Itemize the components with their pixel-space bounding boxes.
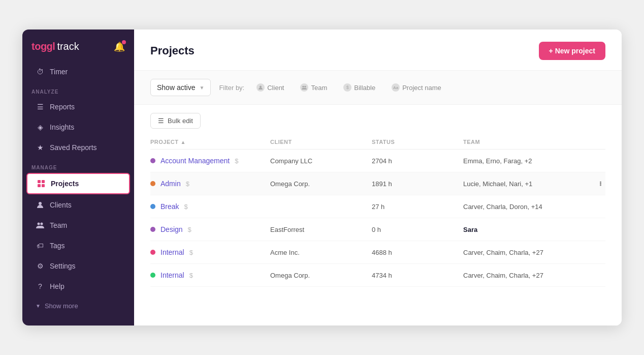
- sidebar-item-tags[interactable]: 🏷 Tags: [26, 236, 130, 255]
- billable-filter-icon: $: [343, 83, 351, 92]
- svg-point-5: [38, 223, 40, 225]
- project-name[interactable]: Account Management: [160, 157, 230, 165]
- project-name-filter-icon: Aa: [392, 83, 400, 92]
- bulk-edit-button[interactable]: ☰ Bulk edit: [150, 113, 201, 129]
- svg-point-9: [305, 86, 307, 88]
- billable-icon: $: [189, 272, 193, 279]
- row-menu-button[interactable]: [596, 180, 605, 188]
- manage-section-label: MANAGE: [22, 158, 134, 172]
- show-active-dropdown[interactable]: Show active ▼: [150, 79, 211, 96]
- sidebar-item-saved-reports[interactable]: ★ Saved Reports: [26, 138, 130, 157]
- bulk-edit-bar: ☰ Bulk edit: [150, 105, 605, 135]
- svg-rect-0: [38, 180, 41, 183]
- sidebar-item-label: Tags: [50, 242, 65, 250]
- sidebar-item-team[interactable]: Team: [26, 216, 130, 235]
- sidebar-item-label: Insights: [50, 123, 74, 131]
- notification-button[interactable]: 🔔: [114, 41, 125, 52]
- sidebar-item-reports[interactable]: ☰ Reports: [26, 97, 130, 116]
- status-cell: 4688 h: [372, 249, 463, 256]
- project-info: Design $: [160, 225, 191, 233]
- sidebar-item-projects[interactable]: Projects: [26, 173, 130, 194]
- sidebar-item-timer[interactable]: ⏱ Timer: [26, 62, 130, 81]
- project-info: Admin $: [160, 180, 189, 188]
- sidebar-item-label: Team: [50, 221, 67, 229]
- project-name[interactable]: Internal: [160, 271, 184, 279]
- help-icon: ?: [36, 282, 45, 291]
- project-name[interactable]: Break: [160, 202, 179, 211]
- project-name[interactable]: Admin: [160, 180, 181, 188]
- table-area: ☰ Bulk edit PROJECT ▲ CLIENT STATUS TEAM…: [134, 105, 622, 326]
- column-header-client: CLIENT: [270, 139, 372, 145]
- project-dot: [150, 204, 155, 209]
- sidebar-item-settings[interactable]: ⚙ Settings: [26, 256, 130, 276]
- logo-brand: toggl: [31, 41, 55, 52]
- filter-billable[interactable]: $ Billable: [339, 81, 379, 94]
- project-name[interactable]: Internal: [160, 248, 184, 256]
- svg-point-7: [260, 86, 262, 88]
- saved-reports-icon: ★: [36, 143, 45, 152]
- client-filter-label: Client: [267, 84, 284, 92]
- sidebar-item-help[interactable]: ? Help: [26, 277, 130, 296]
- client-cell: Omega Corp.: [270, 180, 372, 188]
- team-cell: Emma, Erno, Farag, +2: [463, 157, 605, 165]
- table-body: Account Management $ Company LLC 2704 h …: [150, 150, 605, 287]
- project-name-filter-label: Project name: [402, 84, 441, 92]
- settings-icon: ⚙: [36, 261, 45, 271]
- team-cell: Carver, Chaim, Charla, +27: [463, 272, 605, 279]
- project-info: Break $: [160, 202, 188, 211]
- svg-rect-3: [42, 184, 45, 187]
- table-row: Design $ EastForrest 0 h Sara: [150, 218, 605, 241]
- sort-icon: ▲: [180, 139, 185, 145]
- project-name[interactable]: Design: [160, 225, 183, 233]
- column-header-project: PROJECT ▲: [150, 139, 270, 145]
- filter-project-name[interactable]: Aa Project name: [388, 81, 445, 94]
- status-cell: 4734 h: [372, 272, 463, 279]
- show-more-button[interactable]: ▼ Show more: [26, 297, 130, 315]
- sidebar-item-insights[interactable]: ◈ Insights: [26, 117, 130, 137]
- svg-point-8: [303, 86, 305, 88]
- column-header-status: STATUS: [372, 139, 463, 145]
- sidebar-item-label: Projects: [51, 180, 79, 188]
- billable-icon: $: [186, 180, 189, 188]
- sidebar-item-label: Reports: [50, 103, 75, 111]
- sidebar-item-label: Clients: [50, 201, 72, 209]
- team-filter-icon: [300, 83, 308, 92]
- client-cell: Acme Inc.: [270, 249, 372, 256]
- page-title: Projects: [150, 44, 195, 57]
- status-cell: 27 h: [372, 203, 463, 211]
- main-header: Projects + New project: [134, 29, 622, 71]
- filter-team[interactable]: Team: [296, 81, 331, 94]
- team-icon: [36, 221, 45, 230]
- project-dot: [150, 158, 155, 163]
- new-project-button[interactable]: + New project: [539, 42, 605, 60]
- table-row: Internal $ Omega Corp. 4734 h Carver, Ch…: [150, 264, 605, 287]
- table-header: PROJECT ▲ CLIENT STATUS TEAM: [150, 135, 605, 150]
- billable-icon: $: [235, 157, 238, 165]
- timer-icon: ⏱: [36, 67, 45, 76]
- bulk-edit-label: Bulk edit: [168, 117, 193, 125]
- billable-icon: $: [188, 226, 191, 233]
- svg-point-6: [41, 223, 43, 225]
- project-cell: Break $: [150, 202, 270, 211]
- project-cell: Account Management $: [150, 157, 270, 165]
- bulk-edit-icon: ☰: [158, 117, 164, 125]
- svg-point-4: [39, 202, 42, 205]
- sidebar-item-label: Timer: [50, 68, 68, 76]
- notification-dot: [122, 40, 126, 44]
- analyze-section-label: ANALYZE: [22, 82, 134, 97]
- sidebar-item-clients[interactable]: Clients: [26, 195, 130, 215]
- sidebar: toggl track 🔔 ⏱ Timer ANALYZE ☰ Reports …: [22, 29, 134, 326]
- clients-icon: [36, 200, 45, 210]
- show-active-label: Show active: [157, 83, 195, 92]
- project-info: Account Management $: [160, 157, 238, 165]
- client-filter-icon: [256, 83, 265, 92]
- svg-rect-2: [38, 184, 41, 187]
- billable-icon: $: [184, 203, 188, 211]
- filter-client[interactable]: Client: [252, 81, 288, 94]
- team-cell: Carver, Charla, Doron, +14: [463, 203, 605, 211]
- chevron-down-icon: ▼: [36, 303, 41, 309]
- logo-product: track: [57, 41, 79, 52]
- project-info: Internal $: [160, 271, 193, 279]
- project-dot: [150, 250, 155, 255]
- project-info: Internal $: [160, 248, 193, 256]
